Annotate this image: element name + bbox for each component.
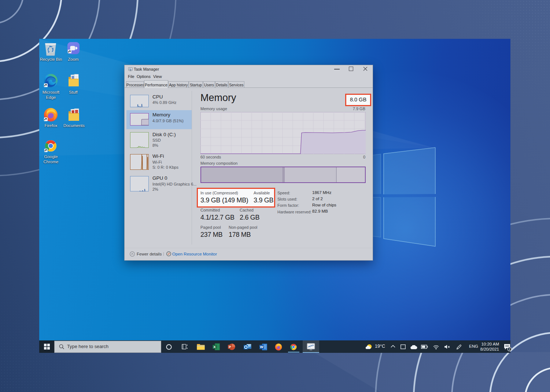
svg-text:2: 2 bbox=[509, 347, 510, 351]
svg-text:W: W bbox=[260, 345, 263, 349]
svg-text:P: P bbox=[229, 345, 231, 349]
svg-text:X: X bbox=[213, 345, 216, 349]
